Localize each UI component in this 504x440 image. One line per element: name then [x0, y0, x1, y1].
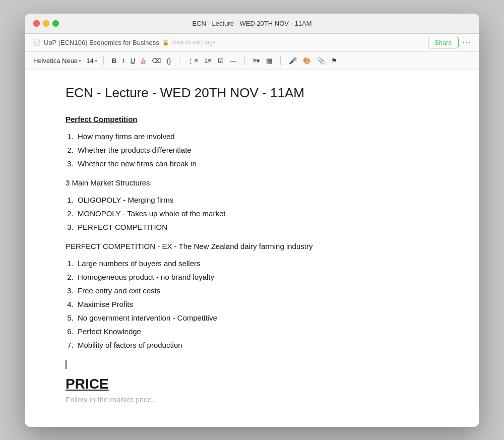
- title-bar: ECN - Lecture - WED 20TH NOV - 11AM: [25, 14, 479, 34]
- share-button[interactable]: Share: [428, 37, 459, 48]
- content-area[interactable]: ECN - Lecture - WED 20TH NOV - 11AM Perf…: [25, 70, 479, 427]
- breadcrumb-label[interactable]: UoP (ECN106) Economics for Business: [44, 39, 159, 46]
- extras-group: 🎤 🎨 📎 ⚑: [287, 56, 339, 66]
- toolbar: Helvetica Neue ▾ 14 ▾ B I U A ⌫ {} ⋮≡: [25, 52, 479, 70]
- maximize-button[interactable]: [52, 20, 59, 27]
- highlight-button[interactable]: A: [139, 56, 148, 66]
- table-button[interactable]: ▦: [264, 56, 274, 66]
- dash-icon: —: [230, 57, 236, 65]
- font-group: Helvetica Neue ▾ 14 ▾: [33, 57, 97, 65]
- list-item: Whether the products differentiate: [76, 143, 438, 157]
- checkbox-button[interactable]: ☑: [216, 56, 226, 66]
- list-group: ⋮≡ 1≡ ☑ —: [185, 56, 238, 66]
- separator-3: [244, 56, 245, 65]
- breadcrumb-bar: 📄 UoP (ECN106) Economics for Business 🔒 …: [25, 34, 479, 52]
- numbered-list-button[interactable]: 1≡: [202, 56, 214, 66]
- window-title: ECN - Lecture - WED 20TH NOV - 11AM: [193, 20, 312, 27]
- table-icon: ▦: [266, 57, 272, 65]
- format-group: B I U A ⌫ {}: [110, 56, 173, 66]
- checkbox-icon: ☑: [218, 57, 224, 65]
- separator-2: [179, 56, 179, 65]
- italic-button[interactable]: I: [120, 56, 127, 66]
- section2-list: OLIGOPOLY - Merging firms MONOPOLY - Tak…: [76, 193, 438, 234]
- list-item: OLIGOPOLY - Merging firms: [76, 193, 438, 207]
- section3-list: Large numbers of buyers and sellers Homo…: [76, 257, 438, 352]
- font-name-chevron-icon: ▾: [79, 58, 81, 64]
- list-item: PERFECT COMPETITION: [76, 220, 438, 234]
- list-item: Free entry and exit costs: [76, 284, 438, 297]
- more-button[interactable]: ···: [463, 38, 471, 47]
- minimize-button[interactable]: [43, 20, 49, 27]
- price-heading: PRICE: [66, 376, 438, 392]
- document-icon: 📄: [33, 39, 41, 46]
- list-item: How many firms are involved: [76, 130, 438, 143]
- lock-icon: 🔒: [162, 39, 169, 46]
- align-button[interactable]: ≡▾: [251, 56, 263, 66]
- separator-1: [103, 56, 104, 65]
- text-cursor: [66, 360, 67, 369]
- align-icon: ≡▾: [253, 57, 261, 65]
- app-window: ECN - Lecture - WED 20TH NOV - 11AM 📄 Uo…: [25, 14, 479, 427]
- mic-icon: 🎤: [289, 57, 297, 65]
- list-item: Perfect Knowledge: [76, 325, 438, 338]
- attachment-button[interactable]: 📎: [315, 56, 327, 66]
- document-title: ECN - Lecture - WED 20TH NOV - 11AM: [66, 85, 438, 101]
- breadcrumb-left: 📄 UoP (ECN106) Economics for Business 🔒 …: [33, 39, 216, 46]
- list-item: Homogeneous product - no brand loyalty: [76, 270, 438, 284]
- flag-button[interactable]: ⚑: [329, 56, 339, 66]
- list-item: Maximise Profits: [76, 297, 438, 311]
- mic-button[interactable]: 🎤: [287, 56, 299, 66]
- list-item: Mobility of factors of production: [76, 338, 438, 352]
- close-button[interactable]: [33, 20, 40, 27]
- list-item: MONOPOLY - Takes up whole of the market: [76, 207, 438, 220]
- attachment-icon: 📎: [317, 57, 325, 65]
- dash-button[interactable]: —: [228, 56, 238, 66]
- perfect-comp-ex: PERFECT COMPETITION - EX - The New Zeala…: [66, 242, 438, 250]
- breadcrumb-right: Share ···: [428, 37, 471, 48]
- bullet-list-button[interactable]: ⋮≡: [185, 56, 200, 66]
- traffic-lights: [33, 20, 59, 27]
- font-size-chevron-icon: ▾: [95, 58, 97, 64]
- align-group: ≡▾ ▦: [251, 56, 275, 66]
- market-structures-label: 3 Main Market Structures: [66, 178, 438, 187]
- tag-placeholder[interactable]: click to add tags: [172, 39, 216, 46]
- list-item: No government intervention - Competitive: [76, 311, 438, 325]
- numbered-list-icon: 1≡: [204, 57, 212, 65]
- flag-icon: ⚑: [331, 57, 337, 65]
- separator-4: [280, 56, 281, 65]
- section1-list: How many firms are involved Whether the …: [76, 130, 438, 170]
- list-item: Large numbers of buyers and sellers: [76, 257, 438, 270]
- eraser-icon: ⌫: [152, 57, 161, 65]
- bold-button[interactable]: B: [110, 56, 118, 66]
- section1-heading: Perfect Competition: [66, 115, 438, 123]
- code-button[interactable]: {}: [165, 56, 173, 66]
- bottom-text: Follow in the market price...: [66, 395, 438, 404]
- eraser-button[interactable]: ⌫: [150, 56, 163, 66]
- font-name-selector[interactable]: Helvetica Neue ▾: [33, 57, 81, 65]
- font-size-selector[interactable]: 14 ▾: [86, 57, 97, 65]
- cursor-container: [66, 360, 438, 373]
- list-item: Whether the new firms can break in: [76, 157, 438, 170]
- underline-button[interactable]: U: [129, 56, 137, 66]
- palette-button[interactable]: 🎨: [301, 56, 313, 66]
- palette-icon: 🎨: [303, 57, 311, 65]
- bullet-list-icon: ⋮≡: [187, 57, 198, 65]
